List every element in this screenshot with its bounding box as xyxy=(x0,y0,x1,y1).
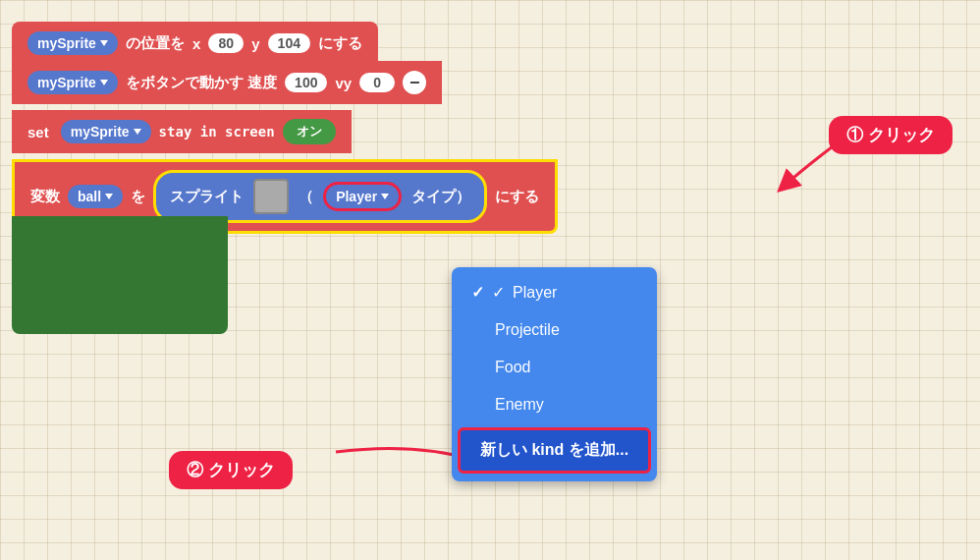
player-dropdown-arrow xyxy=(381,194,389,199)
var-prefix: 変数 xyxy=(30,188,60,206)
position-suffix: にする xyxy=(318,34,362,53)
food-option: Food xyxy=(495,359,530,376)
toggle-on[interactable]: オン xyxy=(283,119,336,144)
x-label: x xyxy=(192,35,200,52)
position-block: mySprite の位置を x 80 y 104 にする xyxy=(12,22,378,65)
stay-text: stay in screen xyxy=(159,124,275,140)
main-content: mySprite の位置を x 80 y 104 にする mySprite をボ… xyxy=(0,0,980,560)
position-block-row: mySprite の位置を x 80 y 104 にする xyxy=(12,22,378,65)
vx-value[interactable]: 100 xyxy=(285,73,327,92)
var-suffix: にする xyxy=(495,188,539,206)
mysprite-dropdown-1[interactable]: mySprite xyxy=(27,31,118,55)
green-block xyxy=(12,216,228,334)
vy-value[interactable]: 0 xyxy=(359,73,395,92)
minus-button[interactable]: − xyxy=(403,71,426,94)
enemy-option: Enemy xyxy=(495,396,544,414)
add-kind-label: 新しい kind を追加... xyxy=(480,440,628,461)
sprite-preview xyxy=(253,179,289,214)
dropdown-arrow-2 xyxy=(100,80,108,85)
mysprite-dropdown-2[interactable]: mySprite xyxy=(27,71,118,94)
open-paren: （ xyxy=(299,188,313,206)
player-label: Player xyxy=(336,189,377,204)
mysprite-dropdown-3[interactable]: mySprite xyxy=(61,120,151,143)
sprite-label-3: mySprite xyxy=(71,124,130,140)
sprite-label-2: mySprite xyxy=(37,75,96,90)
y-label: y xyxy=(251,35,259,52)
x-value[interactable]: 80 xyxy=(208,33,244,53)
callout-1: ① クリック xyxy=(829,116,953,154)
to-text: を xyxy=(131,188,145,206)
sprite-label-1: mySprite xyxy=(37,35,96,51)
set-label: set xyxy=(27,124,49,140)
dropdown-arrow-1 xyxy=(100,40,108,46)
stay-block: set mySprite stay in screen オン xyxy=(12,110,352,153)
sprite-type-container: スプライト （ Player タイプ） xyxy=(153,170,487,223)
var-name: ball xyxy=(78,189,101,204)
type-text: タイプ） xyxy=(411,188,470,206)
stay-block-row: set mySprite stay in screen オン xyxy=(12,110,352,153)
dropdown-arrow-4 xyxy=(105,194,113,199)
y-value[interactable]: 104 xyxy=(268,33,310,53)
callout-1-text: ① クリック xyxy=(846,126,935,144)
move-block: mySprite をボタンで動かす 速度 100 vy 0 − xyxy=(12,61,442,104)
callout-2-text: ② クリック xyxy=(187,461,275,479)
ball-dropdown[interactable]: ball xyxy=(68,185,123,208)
dropdown-item-player[interactable]: ✓ Player xyxy=(452,273,657,311)
move-text: をボタンで動かす 速度 xyxy=(126,74,277,92)
player-type-dropdown[interactable]: Player xyxy=(323,182,402,211)
dropdown-item-projectile[interactable]: Projectile xyxy=(452,311,657,349)
dropdown-item-food[interactable]: Food xyxy=(452,349,657,386)
dropdown-item-enemy[interactable]: Enemy xyxy=(452,386,657,423)
player-option: Player xyxy=(513,284,557,302)
move-block-row: mySprite をボタンで動かす 速度 100 vy 0 − xyxy=(12,61,442,104)
position-text: の位置を xyxy=(126,34,185,53)
callout-2: ② クリック xyxy=(169,451,293,489)
dropdown-item-add-kind[interactable]: 新しい kind を追加... xyxy=(458,427,651,474)
sprite-type-text: スプライト xyxy=(170,188,244,206)
check-mark: ✓ xyxy=(492,283,505,302)
dropdown-arrow-3 xyxy=(134,129,141,135)
vy-label: vy xyxy=(335,75,352,91)
projectile-option: Projectile xyxy=(495,321,560,339)
type-dropdown-menu: ✓ Player Projectile Food Enemy 新しい kind … xyxy=(452,267,657,481)
